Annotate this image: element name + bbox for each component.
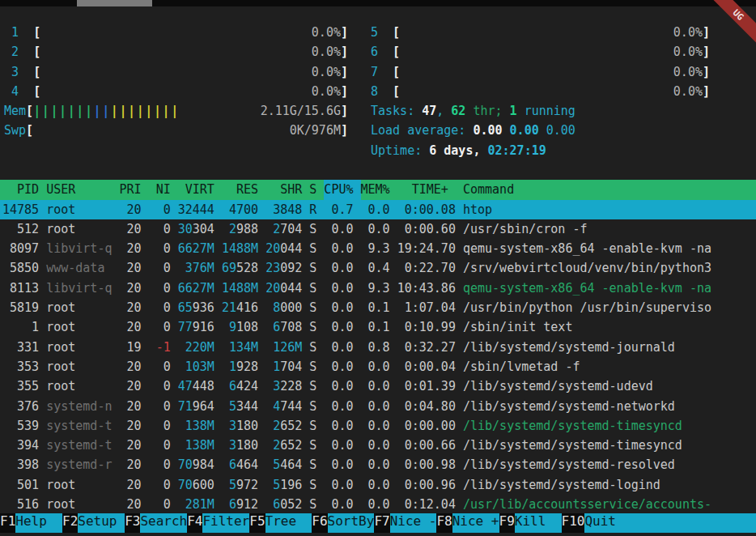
process-table-header[interactable]: PID USER PRI NI VIRT RES SHR S CPU% MEM%… <box>0 180 756 199</box>
mem-number: 652 <box>280 419 302 433</box>
process-row[interactable]: 376 systemd-n 20 0 71964 5344 4744 S 0.0… <box>0 397 756 416</box>
process-row[interactable]: 355 root 20 0 47448 6424 3228 S 0.0 0.0 … <box>0 376 756 396</box>
fkey-f10[interactable]: F10 <box>562 513 585 533</box>
cpu-meter-label: 1 <box>4 23 33 42</box>
fkey-action-filter[interactable]: Filter <box>202 513 249 533</box>
priority-cell: 20 <box>120 497 142 512</box>
pid-cell: 5819 <box>2 300 39 315</box>
mem-number-prefix: 3 <box>265 379 280 393</box>
priority-cell: 20 <box>120 202 142 217</box>
mem-number: 32444 <box>178 202 214 217</box>
meter-close-bracket: ] <box>341 101 348 121</box>
process-row[interactable]: 539 systemd-t 20 0 138M 3180 2652 S 0.0 … <box>0 416 756 436</box>
mem-percent-cell: 0.1 <box>361 300 390 315</box>
fkey-action-nice-[interactable]: Nice + <box>452 513 499 533</box>
meter-close-bracket: ] <box>341 23 348 42</box>
mem-number-prefix: 138M <box>178 419 214 433</box>
fkey-f3[interactable]: F3 <box>125 513 140 533</box>
uptime: Uptime: 6 days, 02:27:19 <box>371 141 710 160</box>
mem-percent-cell: 0.1 <box>361 320 390 334</box>
fkey-action-tree[interactable]: Tree <box>265 513 312 533</box>
time-cell: 0:00.98 <box>397 457 456 472</box>
mem-number-prefix: 77 <box>178 320 193 334</box>
process-row[interactable]: 8097 libvirt-q 20 0 6627M 1488M 20044 S … <box>0 239 756 258</box>
fkey-action-help[interactable]: Help <box>15 513 62 533</box>
process-row[interactable]: 501 root 20 0 70600 5972 5196 S 0.0 0.0 … <box>0 475 756 495</box>
mem-percent-cell: 0.0 <box>361 419 390 433</box>
fkey-action-kill[interactable]: Kill <box>515 513 562 533</box>
priority-cell: 20 <box>120 438 142 453</box>
mem-percent-cell: 9.3 <box>361 281 390 296</box>
uptime-label: Uptime: <box>371 143 429 158</box>
mem-number-prefix: 1488M <box>222 281 258 296</box>
process-row[interactable]: 516 root 20 0 281M 6912 6052 S 0.0 0.0 0… <box>0 495 756 514</box>
process-row[interactable]: 5819 root 20 0 65936 21416 8000 S 0.0 0.… <box>0 298 756 317</box>
cpu-meter-label: 7 <box>371 62 393 82</box>
load-5min: 0.00 <box>510 123 539 138</box>
mem-number-prefix: 3 <box>222 419 236 433</box>
fkey-f1[interactable]: F1 <box>0 513 15 533</box>
state-cell: S <box>309 300 316 315</box>
cpu-meter-value: 0.0% <box>673 82 703 101</box>
process-row[interactable]: 1 root 20 0 77916 9108 6708 S 0.0 0.1 0:… <box>0 317 756 337</box>
pid-cell: 512 <box>2 222 39 236</box>
mem-number-prefix: 2 <box>222 222 236 236</box>
mem-number: 988 <box>236 222 258 236</box>
process-row[interactable]: 331 root 19 -1 220M 134M 126M S 0.0 0.8 … <box>0 338 756 357</box>
fkey-action-setup[interactable]: Setup <box>78 513 125 533</box>
fkey-f6[interactable]: F6 <box>312 513 327 533</box>
fkey-action-sortby[interactable]: SortBy <box>328 513 375 533</box>
cpu-meter-1: 1 [0.0%] <box>4 23 348 42</box>
fkey-f2[interactable]: F2 <box>62 513 78 533</box>
cpu-percent-cell: 0.7 <box>324 202 353 217</box>
process-row-selected[interactable]: 14785 root 20 0 32444 4700 3848 R 0.7 0.… <box>0 200 756 219</box>
time-cell: 0:12.04 <box>397 497 456 512</box>
cpu-percent-cell: 0.0 <box>324 340 353 355</box>
fkey-action-quit[interactable]: Quit <box>584 513 756 533</box>
load-1min: 0.00 <box>473 123 502 138</box>
mem-number-prefix: 126M <box>265 340 302 355</box>
meter-close-bracket: ] <box>341 62 348 82</box>
process-row[interactable]: 398 systemd-r 20 0 70984 6464 5464 S 0.0… <box>0 455 756 474</box>
process-row[interactable]: 8113 libvirt-q 20 0 6627M 1488M 20044 S … <box>0 279 756 298</box>
state-cell: S <box>309 478 316 492</box>
time-cell: 0:01.39 <box>397 379 456 393</box>
tasks-label: Tasks: <box>371 104 422 118</box>
mem-number: 092 <box>280 261 302 275</box>
process-row[interactable]: 512 root 20 0 30304 2988 2704 S 0.0 0.0 … <box>0 219 756 239</box>
command-cell: qemu-system-x86_64 -enable-kvm -na <box>463 281 711 296</box>
fkey-f8[interactable]: F8 <box>436 513 452 533</box>
nice-cell: 0 <box>149 222 171 236</box>
mem-number: 3848 <box>273 202 302 217</box>
fkey-action-search[interactable]: Search <box>140 513 187 533</box>
priority-cell: 19 <box>120 340 142 355</box>
fkey-f7[interactable]: F7 <box>374 513 389 533</box>
command-cell: /lib/systemd/systemd-udevd <box>463 379 653 393</box>
nice-cell: 0 <box>149 478 171 492</box>
process-row[interactable]: 394 systemd-t 20 0 138M 3180 2652 S 0.0 … <box>0 436 756 455</box>
command-cell: /lib/systemd/systemd-resolved <box>463 457 675 472</box>
cpu-meter-label: 5 <box>371 23 393 42</box>
mem-number-prefix: 2 <box>265 438 280 453</box>
sort-column-header-cpu[interactable]: CPU% <box>324 180 360 199</box>
cpu-meter-label: 3 <box>4 62 33 82</box>
memory-usage-bars: ||||||||||||||||| <box>33 101 180 121</box>
nice-cell: 0 <box>149 261 171 275</box>
process-row[interactable]: 353 root 20 0 103M 1928 1704 S 0.0 0.0 0… <box>0 357 756 376</box>
load-average: Load average: 0.00 0.00 0.00 <box>371 121 710 140</box>
fkey-f9[interactable]: F9 <box>499 513 515 533</box>
window-top-strip <box>0 0 756 6</box>
process-row[interactable]: 5850 www-data 20 0 376M 69528 23092 S 0.… <box>0 258 756 278</box>
process-table: 14785 root 20 0 32444 4700 3848 R 0.7 0.… <box>0 200 756 515</box>
mem-percent-cell: 0.0 <box>361 359 390 374</box>
fkey-f4[interactable]: F4 <box>187 513 202 533</box>
fkey-action-nice-[interactable]: Nice - <box>390 513 437 533</box>
meter-open-bracket: [ <box>393 42 400 62</box>
mem-number-prefix: 6 <box>222 379 236 393</box>
user-cell: root <box>46 300 112 315</box>
nice-cell: 0 <box>149 300 171 315</box>
fkey-f5[interactable]: F5 <box>249 513 265 533</box>
mem-number: 912 <box>236 497 258 512</box>
mem-number: 052 <box>280 497 302 512</box>
uptime-days: 6 days, <box>429 143 487 158</box>
